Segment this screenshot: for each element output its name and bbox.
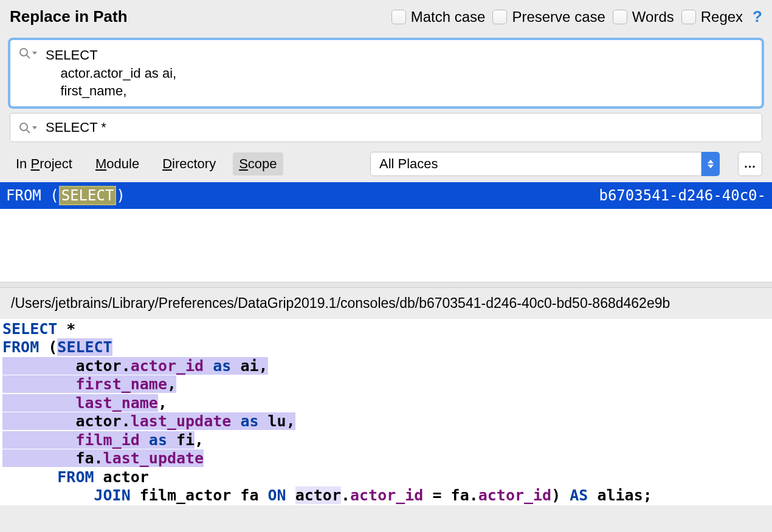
tab-directory[interactable]: Directory [156,152,222,176]
results-list-area [0,209,772,282]
result-file: b6703541-d246-40c0- [599,187,766,204]
replace-input[interactable]: SELECT * [10,113,762,142]
words-checkbox[interactable]: Words [613,9,674,26]
code-preview[interactable]: SELECT * FROM (SELECT actor.actor_id as … [0,319,772,505]
search-icon[interactable] [19,122,37,134]
svg-point-3 [20,123,27,131]
checkbox-box[interactable] [492,10,507,24]
search-input-value[interactable]: SELECT actor.actor_id as ai, first_name, [46,46,176,100]
checkbox-box[interactable] [613,10,627,24]
svg-line-1 [27,55,30,58]
splitter[interactable] [0,282,772,288]
file-path: /Users/jetbrains/Library/Preferences/Dat… [0,288,772,319]
preserve-case-label: Preserve case [512,9,605,26]
svg-marker-5 [32,126,37,129]
dialog-title: Replace in Path [10,7,128,26]
checkbox-box[interactable] [681,10,696,24]
regex-checkbox[interactable]: Regex [681,9,743,26]
match-case-checkbox[interactable]: Match case [391,9,486,26]
replace-input-value[interactable]: SELECT * [46,118,106,137]
svg-point-0 [20,49,27,56]
scope-row: In Project Module Directory Scope All Pl… [0,152,772,182]
tab-in-project[interactable]: In Project [10,152,78,176]
svg-marker-2 [32,52,37,55]
chevron-up-down-icon[interactable] [701,152,720,176]
words-label: Words [632,9,674,26]
result-snippet: FROM (SELECT) [6,186,125,205]
tab-scope[interactable]: Scope [233,152,283,176]
help-icon[interactable]: ? [753,7,762,26]
result-row[interactable]: FROM (SELECT) b6703541-d246-40c0- [0,182,772,209]
regex-label: Regex [701,9,743,26]
dialog-header: Replace in Path Match case Preserve case… [0,0,772,29]
preserve-case-checkbox[interactable]: Preserve case [492,9,605,26]
scope-dropdown-value[interactable]: All Places [370,152,701,176]
more-options-button[interactable]: ... [738,152,762,176]
checkbox-box[interactable] [391,10,406,24]
match-case-label: Match case [411,9,486,26]
search-icon[interactable] [19,47,37,60]
tab-module[interactable]: Module [89,152,145,176]
search-input[interactable]: SELECT actor.actor_id as ai, first_name, [10,39,762,107]
svg-line-4 [27,130,30,133]
scope-dropdown[interactable]: All Places [370,152,720,176]
